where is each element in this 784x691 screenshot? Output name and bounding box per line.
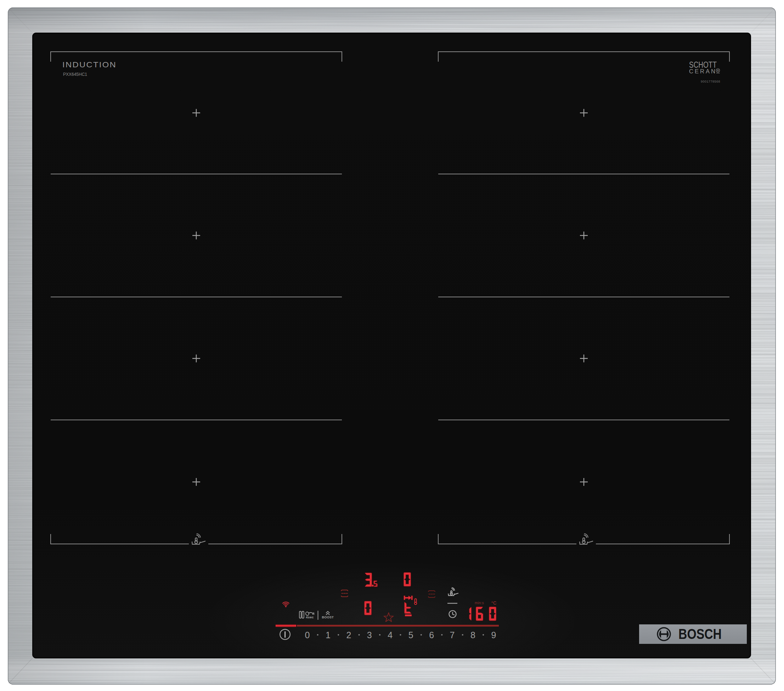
svg-text:PXX645HC1: PXX645HC1 — [63, 72, 87, 77]
svg-text:4sec: 4sec — [306, 615, 313, 619]
svg-text:6: 6 — [429, 630, 434, 640]
svg-text:°C: °C — [491, 600, 497, 605]
svg-text:4: 4 — [387, 630, 392, 640]
svg-text:1: 1 — [326, 630, 331, 640]
svg-text:8: 8 — [471, 630, 476, 640]
svg-text:5: 5 — [408, 630, 413, 640]
svg-text:7: 7 — [450, 630, 455, 640]
svg-text:INDUCTION: INDUCTION — [63, 60, 117, 69]
svg-text:BOOST: BOOST — [322, 615, 334, 619]
svg-text:9001778568: 9001778568 — [701, 80, 720, 83]
svg-text:min:s: min:s — [475, 600, 484, 605]
svg-text:BOSCH: BOSCH — [679, 626, 721, 642]
svg-text:CERAN: CERAN — [689, 68, 715, 74]
svg-text:0: 0 — [305, 630, 310, 640]
svg-text:2: 2 — [346, 630, 351, 640]
svg-text:3: 3 — [367, 630, 372, 640]
svg-text:R: R — [717, 69, 719, 72]
svg-text:9: 9 — [491, 630, 496, 640]
